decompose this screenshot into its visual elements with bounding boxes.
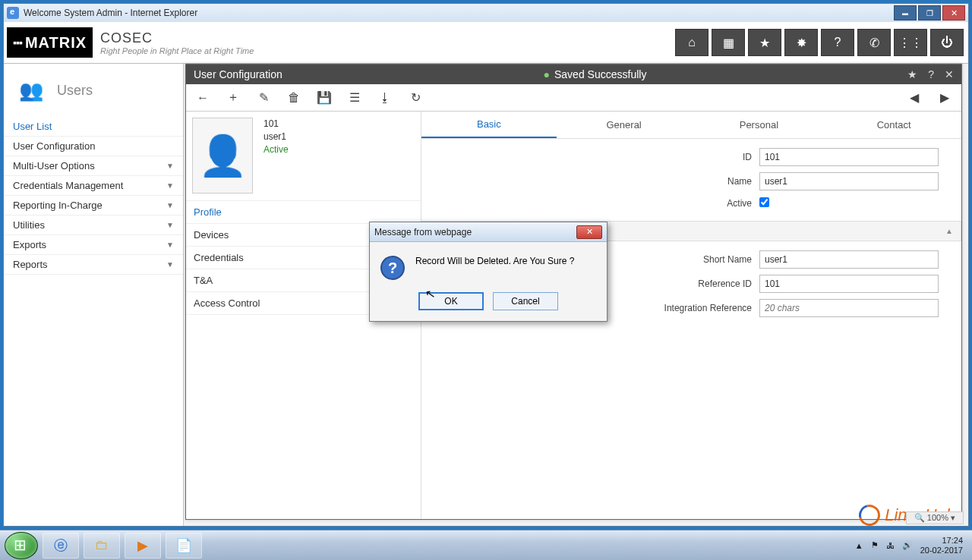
taskbar-media-icon[interactable]: ▶ bbox=[125, 533, 161, 558]
window-maximize-button[interactable] bbox=[918, 5, 941, 20]
profile-status: Active bbox=[264, 143, 289, 156]
tab-contact[interactable]: Contact bbox=[826, 112, 961, 138]
prev-icon[interactable]: ◀ bbox=[904, 87, 925, 109]
window-minimize-button[interactable] bbox=[894, 5, 917, 20]
question-icon: ? bbox=[380, 256, 405, 280]
taskbar-ie-icon[interactable]: ⓔ bbox=[43, 533, 79, 558]
panel-title: User Configuration bbox=[194, 68, 282, 80]
chevron-down-icon: ▼ bbox=[166, 181, 174, 190]
network-icon[interactable]: ⋮⋮ bbox=[894, 29, 927, 56]
next-icon[interactable]: ▶ bbox=[934, 87, 955, 109]
chevron-down-icon: ▼ bbox=[166, 162, 174, 170]
ie-titlebar: Welcome System Admin - Internet Explorer bbox=[4, 4, 968, 22]
profile-id: 101 bbox=[264, 118, 289, 131]
back-icon[interactable]: ← bbox=[192, 87, 213, 109]
sidebar-item-multi-user-options[interactable]: Multi-User Options▼ bbox=[4, 156, 183, 176]
integration-reference-field[interactable] bbox=[759, 299, 939, 317]
save-icon[interactable]: 💾 bbox=[314, 87, 335, 109]
window-close-button[interactable] bbox=[942, 5, 965, 20]
reference-id-field[interactable] bbox=[759, 275, 939, 293]
ie-favicon-icon bbox=[7, 7, 19, 19]
app-header: ▪▪▪MATRIX COSEC Right People in Right Pl… bbox=[4, 22, 968, 64]
active-checkbox[interactable] bbox=[759, 197, 769, 207]
product-name: COSEC bbox=[100, 30, 254, 46]
short-name-field[interactable] bbox=[759, 250, 939, 269]
taskbar-notepad-icon[interactable]: 📄 bbox=[166, 533, 202, 558]
confirm-dialog: Message from webpage ✕ ? Record Will be … bbox=[369, 222, 608, 322]
reference-id-label: Reference ID bbox=[698, 278, 752, 289]
tray-clock[interactable]: 17:24 20-02-2017 bbox=[920, 536, 963, 555]
profile-name: user1 bbox=[264, 131, 289, 143]
chevron-down-icon: ▼ bbox=[166, 221, 174, 229]
tab-general[interactable]: General bbox=[557, 112, 692, 138]
download-icon[interactable]: ⭳ bbox=[374, 87, 396, 109]
dialog-close-button[interactable]: ✕ bbox=[576, 225, 602, 239]
integration-reference-label: Integration Reference bbox=[664, 303, 752, 313]
users-icon: 👥 bbox=[19, 79, 43, 102]
sidebar-item-exports[interactable]: Exports▼ bbox=[4, 235, 183, 255]
sidebar-item-utilities[interactable]: Utilities▼ bbox=[4, 216, 183, 235]
power-icon[interactable]: ⏻ bbox=[930, 29, 964, 56]
active-label: Active bbox=[727, 198, 752, 209]
delete-icon[interactable]: 🗑 bbox=[283, 87, 305, 109]
grid-icon[interactable]: ▦ bbox=[712, 29, 745, 56]
chevron-down-icon: ▼ bbox=[166, 201, 174, 209]
sidebar-item-user-configuration[interactable]: User Configuration bbox=[4, 137, 183, 156]
chevron-down-icon: ▼ bbox=[166, 260, 174, 269]
zoom-indicator[interactable]: 🔍 100% ▾ bbox=[906, 511, 964, 524]
phone-icon[interactable]: ✆ bbox=[857, 29, 891, 56]
panel-star-icon[interactable]: ★ bbox=[907, 68, 917, 80]
product-tagline: Right People in Right Place at Right Tim… bbox=[100, 46, 254, 55]
matrix-logo: ▪▪▪MATRIX bbox=[7, 27, 93, 58]
id-field[interactable] bbox=[759, 148, 939, 166]
id-label: ID bbox=[743, 152, 752, 162]
tray-chevron-icon[interactable]: ▲ bbox=[855, 541, 863, 550]
saved-status: Saved Successfully bbox=[554, 68, 646, 80]
name-field[interactable] bbox=[759, 172, 939, 190]
edit-icon[interactable]: ✎ bbox=[253, 87, 274, 109]
sidebar-item-reporting-in-charge[interactable]: Reporting In-Charge▼ bbox=[4, 196, 183, 216]
cancel-button[interactable]: Cancel bbox=[493, 292, 558, 310]
sidebar: 👥 Users User List User Configuration Mul… bbox=[4, 64, 184, 526]
chevron-down-icon: ▼ bbox=[166, 241, 174, 249]
sidebar-item-credentials-management[interactable]: Credentials Management▼ bbox=[4, 176, 183, 196]
settings-icon[interactable]: ✸ bbox=[784, 29, 818, 56]
profile-nav-profile[interactable]: Profile bbox=[186, 201, 421, 224]
success-icon: ● bbox=[544, 68, 550, 80]
taskbar: ⓔ 🗀 ▶ 📄 ▲ ⚑ 🖧 🔊 17:24 20-02-2017 bbox=[0, 530, 972, 560]
dialog-title: Message from webpage bbox=[374, 227, 472, 238]
add-icon[interactable]: ＋ bbox=[222, 87, 244, 109]
panel-close-icon[interactable]: ✕ bbox=[945, 68, 954, 80]
tab-basic[interactable]: Basic bbox=[421, 112, 557, 138]
tab-personal[interactable]: Personal bbox=[692, 112, 827, 138]
home-icon[interactable]: ⌂ bbox=[675, 29, 708, 56]
collapse-icon: ▲ bbox=[945, 227, 953, 235]
start-button[interactable] bbox=[5, 532, 38, 559]
refresh-icon[interactable]: ↻ bbox=[405, 87, 426, 109]
tray-flag-icon[interactable]: ⚑ bbox=[871, 540, 879, 550]
list-icon[interactable]: ☰ bbox=[344, 87, 365, 109]
taskbar-explorer-icon[interactable]: 🗀 bbox=[84, 533, 120, 558]
help-icon[interactable]: ? bbox=[821, 29, 854, 56]
short-name-label: Short Name bbox=[703, 254, 752, 265]
star-icon[interactable]: ★ bbox=[748, 29, 781, 56]
name-label: Name bbox=[727, 176, 752, 187]
sidebar-item-user-list[interactable]: User List bbox=[4, 117, 183, 137]
tray-volume-icon[interactable]: 🔊 bbox=[902, 540, 913, 550]
linuxhelp-logo-icon bbox=[855, 501, 884, 530]
avatar: 👤 bbox=[192, 118, 253, 193]
panel-help-icon[interactable]: ? bbox=[928, 68, 934, 80]
dialog-message: Record Will be Deleted. Are You Sure ? bbox=[415, 256, 574, 266]
ie-title: Welcome System Admin - Internet Explorer bbox=[24, 8, 894, 18]
tray-network-icon[interactable]: 🖧 bbox=[886, 541, 895, 550]
sidebar-heading: 👥 Users bbox=[4, 64, 183, 117]
sidebar-item-reports[interactable]: Reports▼ bbox=[4, 255, 183, 275]
panel-toolbar: ← ＋ ✎ 🗑 💾 ☰ ⭳ ↻ ◀ ▶ bbox=[186, 84, 961, 112]
